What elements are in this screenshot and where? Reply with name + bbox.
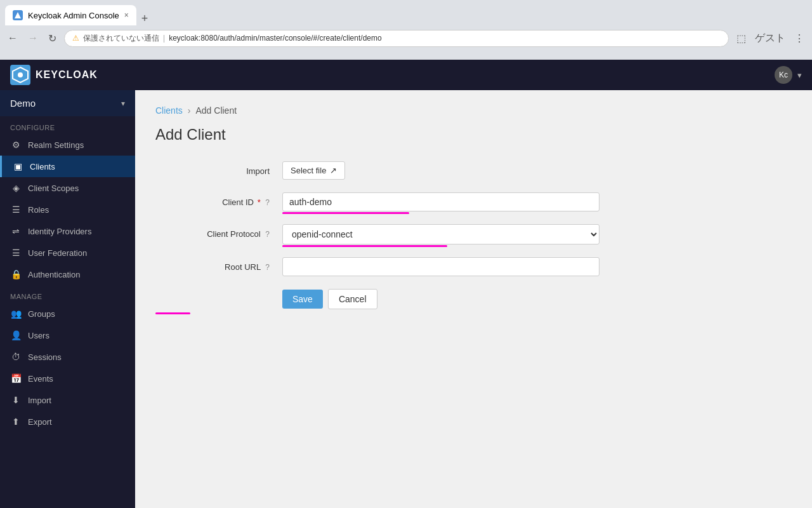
root-url-help-icon[interactable]: ? — [265, 263, 270, 272]
sidebar-item-label: Sessions — [28, 352, 62, 362]
client-id-help-icon[interactable]: ? — [265, 198, 270, 207]
realm-selector[interactable]: Demo ▾ — [0, 90, 135, 116]
sidebar-item-label: Users — [28, 331, 49, 340]
sidebar-item-users[interactable]: 👤 Users — [0, 324, 135, 346]
tab-close-button[interactable]: × — [124, 11, 129, 20]
client-protocol-select[interactable]: openid-connect saml — [282, 224, 599, 244]
sidebar-item-user-federation[interactable]: ☰ User Federation — [0, 242, 135, 264]
events-icon: 📅 — [10, 373, 22, 384]
users-icon: 👤 — [10, 330, 22, 340]
sidebar-item-client-scopes[interactable]: ◈ Client Scopes — [0, 177, 135, 199]
sidebar-item-label: Events — [28, 374, 53, 384]
sidebar-item-label: Roles — [28, 205, 49, 215]
user-chevron[interactable]: ▾ — [797, 70, 802, 80]
root-url-row: Root URL ? — [155, 257, 792, 276]
identity-providers-icon: ⇌ — [10, 226, 22, 236]
sidebar: Demo ▾ Configure ⚙ Realm Settings ▣ Clie… — [0, 90, 135, 508]
nav-bar: ← → ↻ ⚠ 保護されていない通信 | keycloak:8080/auth/… — [0, 25, 812, 51]
forward-button[interactable]: → — [25, 30, 41, 46]
sessions-icon: ⏱ — [10, 352, 22, 362]
top-bar-right: Kc ▾ — [775, 66, 802, 84]
client-id-annotation — [282, 212, 409, 214]
root-url-control — [282, 257, 599, 276]
realm-chevron: ▾ — [121, 99, 125, 108]
add-client-form: Import Select file ↗ Client ID * ? — [155, 161, 792, 309]
sidebar-item-label: Identity Providers — [28, 227, 91, 236]
sidebar-item-groups[interactable]: 👥 Groups — [0, 303, 135, 324]
page-title: Add Client — [155, 126, 792, 144]
sidebar-item-realm-settings[interactable]: ⚙ Realm Settings — [0, 134, 135, 156]
cancel-button[interactable]: Cancel — [328, 289, 377, 309]
authentication-icon: 🔒 — [10, 269, 22, 279]
tab-bar: Keycloak Admin Console × + — [0, 0, 812, 25]
back-button[interactable]: ← — [5, 30, 20, 46]
user-button[interactable]: ゲスト — [752, 29, 788, 48]
form-actions: Save Cancel — [155, 289, 792, 309]
breadcrumb-current: Add Client — [195, 105, 237, 116]
extensions-button[interactable]: ⬚ — [734, 30, 749, 47]
client-id-input[interactable] — [282, 192, 599, 211]
client-protocol-label: Client Protocol ? — [155, 224, 282, 239]
logo-text: KEYCLOAK — [36, 69, 98, 81]
client-protocol-row: Client Protocol ? openid-connect saml — [155, 224, 792, 244]
breadcrumb: Clients › Add Client — [155, 105, 792, 116]
sidebar-item-sessions[interactable]: ⏱ Sessions — [0, 346, 135, 368]
select-file-icon: ↗ — [330, 166, 337, 175]
breadcrumb-separator: › — [188, 105, 191, 116]
main-content: Clients › Add Client Add Client Import S… — [135, 90, 812, 508]
menu-button[interactable]: ⋮ — [792, 30, 807, 47]
select-file-button[interactable]: Select file ↗ — [282, 161, 345, 180]
svg-point-2 — [18, 72, 23, 77]
browser-chrome: Keycloak Admin Console × + ← → ↻ ⚠ 保護されて… — [0, 0, 812, 60]
tab-favicon — [13, 10, 23, 20]
groups-icon: 👥 — [10, 309, 22, 319]
realm-settings-icon: ⚙ — [10, 140, 22, 150]
configure-section-label: Configure — [0, 116, 135, 134]
sidebar-item-import[interactable]: ⬇ Import — [0, 389, 135, 411]
active-tab: Keycloak Admin Console × — [5, 5, 136, 25]
sidebar-item-export[interactable]: ⬆ Export — [0, 411, 135, 432]
security-indicator: ⚠ — [72, 34, 79, 43]
required-indicator: * — [258, 197, 261, 207]
sidebar-item-identity-providers[interactable]: ⇌ Identity Providers — [0, 220, 135, 242]
clients-icon: ▣ — [12, 161, 23, 171]
user-avatar: Kc — [775, 66, 792, 84]
keycloak-logo-icon — [10, 65, 30, 85]
realm-name: Demo — [10, 98, 36, 109]
export-icon: ⬆ — [10, 417, 22, 427]
client-protocol-annotation — [282, 245, 447, 247]
nav-actions: ⬚ ゲスト ⋮ — [734, 29, 807, 48]
user-federation-icon: ☰ — [10, 248, 22, 258]
sidebar-item-clients[interactable]: ▣ Clients — [0, 156, 135, 177]
sidebar-item-roles[interactable]: ☰ Roles — [0, 199, 135, 220]
app-layout: Demo ▾ Configure ⚙ Realm Settings ▣ Clie… — [0, 90, 812, 508]
sidebar-item-label: Import — [28, 396, 51, 405]
secure-label: 保護されていない通信 — [83, 33, 159, 44]
new-tab-button[interactable]: + — [136, 12, 154, 25]
breadcrumb-clients-link[interactable]: Clients — [155, 105, 183, 116]
sidebar-item-label: Realm Settings — [28, 140, 84, 150]
import-control: Select file ↗ — [282, 161, 599, 180]
client-id-control — [282, 192, 599, 211]
sidebar-item-label: Groups — [28, 309, 55, 319]
sidebar-item-events[interactable]: 📅 Events — [0, 368, 135, 389]
logo-area: KEYCLOAK — [10, 65, 145, 85]
roles-icon: ☰ — [10, 204, 22, 215]
import-icon: ⬇ — [10, 395, 22, 405]
tab-title: Keycloak Admin Console — [28, 11, 119, 20]
select-file-label: Select file — [291, 166, 326, 175]
root-url-input[interactable] — [282, 257, 599, 276]
url-text: keycloak:8080/auth/admin/master/console/… — [169, 34, 721, 43]
top-bar: KEYCLOAK Kc ▾ — [0, 60, 812, 90]
save-button[interactable]: Save — [282, 290, 323, 309]
url-bar[interactable]: ⚠ 保護されていない通信 | keycloak:8080/auth/admin/… — [64, 30, 729, 47]
sidebar-item-label: Export — [28, 417, 52, 427]
sidebar-item-label: Clients — [30, 162, 55, 171]
manage-section-label: Manage — [0, 285, 135, 303]
client-id-row: Client ID * ? — [155, 192, 792, 211]
client-protocol-help-icon[interactable]: ? — [265, 230, 270, 239]
reload-button[interactable]: ↻ — [46, 30, 59, 47]
sidebar-item-authentication[interactable]: 🔒 Authentication — [0, 264, 135, 285]
sidebar-item-label: Client Scopes — [28, 184, 79, 193]
import-label: Import — [155, 161, 282, 176]
